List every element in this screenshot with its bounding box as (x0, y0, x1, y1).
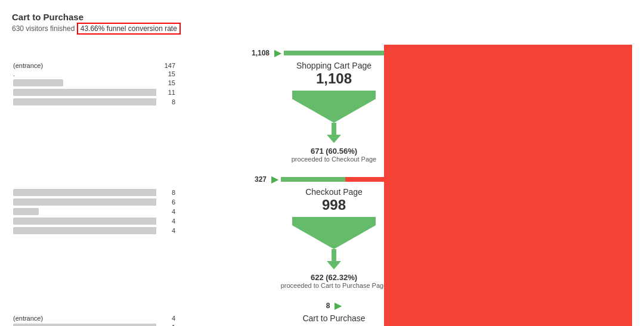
subtitle-highlighted: 43.66% funnel conversion rate (77, 23, 181, 35)
arrow-right-2: ▶ (271, 173, 278, 185)
arrow-right-3: ▶ (335, 300, 342, 311)
stage3-node: Cart to Purchase 630 (302, 313, 365, 326)
subtitle: 630 visitors finished 43.66% funnel conv… (12, 24, 632, 33)
flow-row-1: 1,108 ▶ ▶ 437 (12, 47, 632, 58)
stage2-node-name: Checkout Page (305, 187, 363, 197)
stage2-node-value: 998 (305, 197, 363, 213)
stage3-left-table: (entrance)4catalogproductview/89002/info… (12, 313, 197, 326)
stage1-bar (284, 51, 391, 55)
stage1-funnel-visual (292, 91, 376, 143)
stage2-node: Checkout Page 998 (305, 187, 363, 213)
subtitle-prefix: 630 visitors finished (12, 24, 77, 33)
stage1-entry-num: 1,108 (252, 49, 270, 57)
page-title: Cart to Purchase (12, 12, 632, 22)
stage2-left-table: holiday-accountbank/holiday-accountbank-… (12, 187, 197, 236)
stage2-proceed-pct: 622 (62.32%) (281, 273, 388, 282)
stage1-proceed-label: proceeded to Checkout Page (292, 156, 377, 163)
stage2-proceed-label: proceeded to Cart to Purchase Page (281, 282, 388, 289)
stage3-entry-num: 8 (326, 302, 330, 310)
stage1-node-value: 1,108 (296, 70, 371, 87)
stage1-left-table: (entrance)147.15customeraccount15holiday… (12, 61, 197, 107)
stage2-bar (281, 177, 388, 182)
stage2-funnel-visual (292, 217, 376, 269)
funnel-container: 1,108 ▶ ▶ 437 (entrance)147.15customerac… (12, 45, 632, 326)
stage3-node-name: Cart to Purchase (302, 313, 365, 323)
arrow-right-1: ▶ (274, 47, 281, 58)
stage2-proceed-box: 622 (62.32%) proceeded to Cart to Purcha… (281, 273, 388, 289)
stage1-proceed-pct: 671 (60.56%) (292, 147, 377, 156)
stage1-proceed-box: 671 (60.56%) proceeded to Checkout Page (292, 147, 377, 163)
stage1-node-name: Shopping Cart Page (296, 61, 371, 70)
stage1-node: Shopping Cart Page 1,108 (296, 61, 371, 87)
stage3-node-value: 630 (302, 323, 365, 326)
stage2-entry-num: 327 (255, 175, 267, 184)
